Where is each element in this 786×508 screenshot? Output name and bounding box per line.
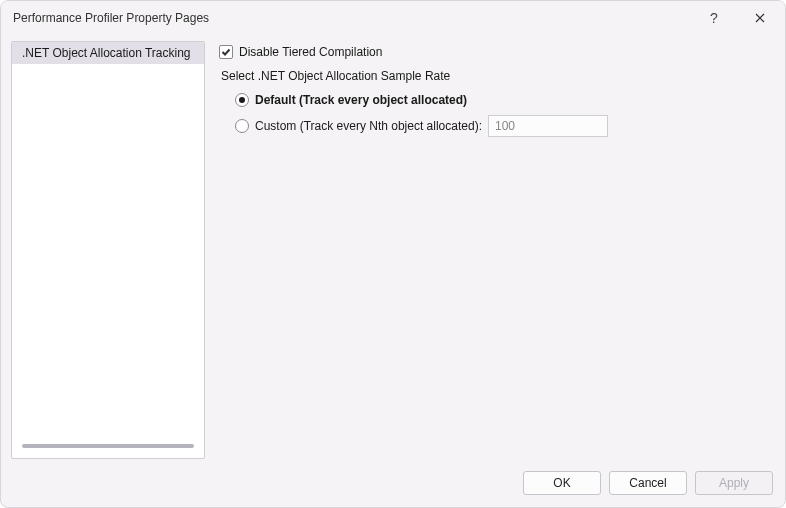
- titlebar: Performance Profiler Property Pages ?: [1, 1, 785, 35]
- ok-button[interactable]: OK: [523, 471, 601, 495]
- radio-default-row: Default (Track every object allocated): [235, 93, 769, 107]
- sidebar: .NET Object Allocation Tracking: [11, 41, 205, 459]
- help-button[interactable]: ?: [691, 3, 737, 33]
- scrollbar-thumb[interactable]: [22, 444, 194, 448]
- sidebar-item-label: .NET Object Allocation Tracking: [22, 46, 191, 60]
- disable-tiered-label: Disable Tiered Compilation: [239, 45, 382, 59]
- radio-custom-row: Custom (Track every Nth object allocated…: [235, 115, 769, 137]
- checkmark-icon: [221, 47, 231, 57]
- disable-tiered-row: Disable Tiered Compilation: [219, 45, 769, 59]
- radio-custom-label: Custom (Track every Nth object allocated…: [255, 119, 482, 133]
- disable-tiered-checkbox[interactable]: [219, 45, 233, 59]
- sidebar-item-net-object-allocation[interactable]: .NET Object Allocation Tracking: [12, 42, 204, 64]
- cancel-button[interactable]: Cancel: [609, 471, 687, 495]
- help-icon: ?: [710, 10, 718, 26]
- sample-rate-group-label: Select .NET Object Allocation Sample Rat…: [219, 67, 769, 83]
- dialog-title: Performance Profiler Property Pages: [13, 11, 691, 25]
- content-panel: Disable Tiered Compilation Select .NET O…: [215, 41, 775, 459]
- dialog-footer: OK Cancel Apply: [1, 463, 785, 507]
- sidebar-items: .NET Object Allocation Tracking: [12, 42, 204, 440]
- sample-rate-radio-group: Default (Track every object allocated) C…: [219, 91, 769, 137]
- radio-default[interactable]: [235, 93, 249, 107]
- dialog: Performance Profiler Property Pages ? .N…: [0, 0, 786, 508]
- radio-default-label: Default (Track every object allocated): [255, 93, 467, 107]
- close-icon: [755, 13, 765, 23]
- dialog-body: .NET Object Allocation Tracking Disable …: [1, 35, 785, 463]
- radio-dot-icon: [239, 97, 245, 103]
- sidebar-horizontal-scrollbar[interactable]: [22, 444, 194, 452]
- close-button[interactable]: [737, 3, 783, 33]
- custom-n-input[interactable]: [488, 115, 608, 137]
- apply-button[interactable]: Apply: [695, 471, 773, 495]
- radio-custom[interactable]: [235, 119, 249, 133]
